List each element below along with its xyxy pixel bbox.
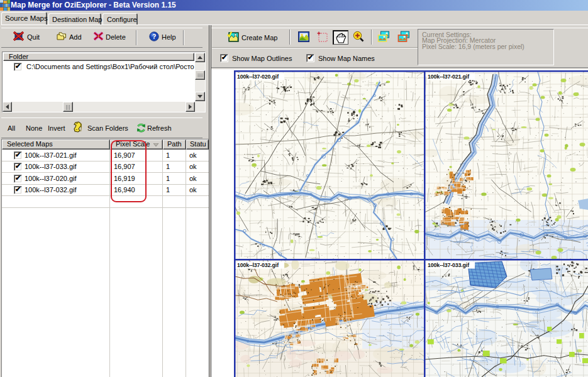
svg-text:?: ?: [152, 33, 157, 40]
svg-text:100k--l37-033.gif: 100k--l37-033.gif: [428, 262, 469, 268]
svg-text:100k--l37-020.gif: 100k--l37-020.gif: [237, 74, 279, 80]
svg-text:100k--l37-021.gif: 100k--l37-021.gif: [428, 74, 469, 80]
svg-text:100k--l37-032.gif: 100k--l37-032.gif: [237, 262, 279, 268]
